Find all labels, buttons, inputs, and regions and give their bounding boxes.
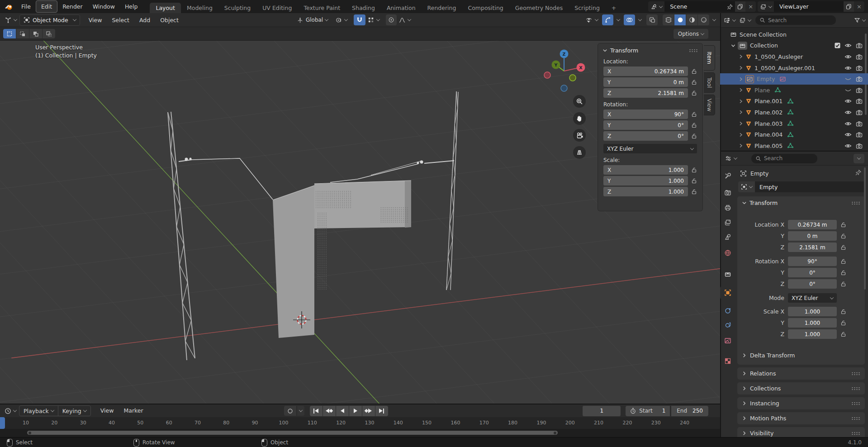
shading-rendered-button[interactable] [698, 14, 709, 25]
shading-dropdown[interactable] [712, 17, 716, 21]
snap-toggle[interactable] [354, 14, 365, 25]
outliner-row[interactable]: Plane.003 [720, 118, 868, 129]
properties-panel-motion-paths[interactable]: Motion Paths [737, 412, 865, 424]
timeline-ruler[interactable]: 1020304050607080901001101201301401501601… [0, 417, 720, 429]
render-visibility-toggle[interactable] [856, 121, 863, 127]
sidebar-tab-view[interactable]: View [704, 95, 715, 115]
hide-toggle[interactable] [844, 43, 852, 48]
outliner-row[interactable]: Plane [720, 85, 868, 96]
options-dropdown[interactable]: Options [674, 29, 708, 39]
hide-toggle[interactable] [844, 76, 852, 82]
panel-drag-handle[interactable] [689, 49, 698, 52]
lock-icon[interactable] [691, 167, 697, 173]
expand-toggle[interactable] [738, 76, 744, 82]
hide-toggle[interactable] [844, 65, 852, 71]
npanel-rotation-z[interactable]: Z0° [603, 131, 697, 141]
lock-icon[interactable] [840, 244, 846, 250]
properties-panel-collections[interactable]: Collections [737, 382, 865, 395]
pivot-dropdown[interactable] [335, 17, 347, 24]
render-visibility-toggle[interactable] [856, 54, 863, 60]
properties-panel-relations[interactable]: Relations [737, 367, 865, 380]
snap-target-dropdown[interactable] [368, 17, 379, 24]
select-mode-invert-button[interactable] [43, 29, 55, 38]
outliner-item-label[interactable]: Plane [754, 87, 770, 94]
transform-panel-title[interactable]: Transform [749, 200, 778, 206]
playhead[interactable] [0, 417, 5, 429]
value-field[interactable]: 0.26734 m [788, 220, 837, 229]
render-visibility-toggle[interactable] [856, 98, 863, 104]
outliner-row[interactable]: Collection [720, 40, 868, 52]
outliner-row[interactable]: Plane.004 [720, 129, 868, 140]
navigation-gizmo[interactable]: ZYX [541, 44, 590, 99]
outliner-item-label[interactable]: Empty [757, 76, 775, 82]
properties-pin-icon[interactable] [855, 169, 862, 176]
outliner-row[interactable]: 1_0500_Ausleger.001 [720, 62, 868, 74]
properties-tab-render[interactable] [720, 186, 735, 200]
npanel-location-z[interactable]: Z2.1581 m [603, 88, 697, 98]
hide-toggle[interactable] [844, 143, 852, 149]
hide-toggle[interactable] [844, 121, 852, 127]
properties-tab-constraints[interactable] [720, 304, 735, 318]
outliner-row[interactable]: Plane.005 [720, 140, 868, 152]
outliner-item-label[interactable]: Plane.003 [754, 120, 783, 127]
npanel-location-x[interactable]: X0.26734 m [603, 67, 697, 76]
outliner-search-input[interactable]: Search [755, 15, 836, 25]
select-mode-subtract-button[interactable] [29, 29, 42, 38]
expand-toggle[interactable] [738, 132, 744, 138]
render-visibility-toggle[interactable] [856, 132, 863, 138]
timeline-editor-type-button[interactable] [0, 408, 19, 414]
hide-toggle[interactable] [844, 54, 852, 60]
editor-type-button[interactable] [0, 17, 19, 24]
expand-toggle[interactable] [738, 65, 744, 71]
properties-scrollbar[interactable] [864, 167, 866, 290]
expand-toggle[interactable] [738, 121, 744, 126]
jump-to-start-button[interactable] [310, 406, 323, 416]
panel-drag-handle[interactable] [851, 387, 860, 390]
properties-panel-instancing[interactable]: Instancing [737, 397, 865, 409]
timeline-dropdown-keying[interactable]: Keying [58, 406, 90, 416]
npanel-scale-y[interactable]: Y1.000 [603, 176, 697, 185]
gizmo-axis--z[interactable] [561, 85, 567, 91]
xray-toggle[interactable] [646, 14, 658, 25]
expand-toggle[interactable] [738, 143, 744, 148]
hide-toggle[interactable] [844, 87, 852, 93]
outliner-item-label[interactable]: Plane.001 [754, 98, 783, 105]
proportional-editing-toggle[interactable] [386, 14, 397, 25]
properties-tab-data[interactable] [720, 334, 735, 347]
properties-search-input[interactable]: Search [751, 154, 817, 163]
id-name-field[interactable]: Empty [755, 181, 865, 192]
play-button[interactable] [349, 406, 362, 416]
lock-icon[interactable] [840, 320, 846, 326]
outliner-row[interactable]: Scene Collection [720, 29, 868, 40]
lock-icon[interactable] [691, 178, 697, 184]
npanel-scale-z[interactable]: Z1.000 [603, 187, 697, 196]
previous-keyframe-button[interactable] [323, 406, 336, 416]
workspace-tab-sculpting[interactable]: Sculpting [218, 3, 256, 13]
properties-tab-view-layer[interactable] [720, 216, 735, 229]
outliner-filter-collection-dropdown[interactable] [739, 17, 751, 24]
hide-toggle[interactable] [844, 98, 852, 104]
menu-file[interactable]: File [16, 0, 36, 13]
lock-icon[interactable] [691, 189, 697, 195]
npanel-rotation-x[interactable]: X90° [603, 109, 697, 119]
play-reverse-button[interactable] [336, 406, 349, 416]
scene-copy-button[interactable] [735, 1, 745, 12]
lock-icon[interactable] [840, 309, 846, 314]
properties-tab-physics[interactable] [720, 318, 735, 332]
lock-icon[interactable] [840, 258, 846, 264]
outliner-display-mode-dropdown[interactable] [724, 17, 735, 24]
workspace-tab-compositing[interactable]: Compositing [462, 3, 509, 13]
panel-drag-handle[interactable] [851, 432, 860, 435]
viewport-menu-view[interactable]: View [84, 13, 107, 27]
outliner-row[interactable]: Plane.002 [720, 107, 868, 118]
select-mode-extend-button[interactable] [16, 29, 29, 38]
workspace-tab-modeling[interactable]: Modeling [181, 3, 218, 13]
auto-keying-toggle[interactable] [284, 406, 296, 416]
render-visibility-toggle[interactable] [856, 87, 863, 93]
properties-tab-texture[interactable] [720, 354, 735, 368]
value-field[interactable]: 0° [788, 268, 837, 277]
outliner-row[interactable]: 1_0500_Ausleger [720, 51, 868, 62]
properties-tab-tool[interactable] [720, 169, 735, 183]
workspace-tab-scripting[interactable]: Scripting [569, 3, 606, 13]
timeline-menu-marker[interactable]: Marker [119, 404, 148, 418]
